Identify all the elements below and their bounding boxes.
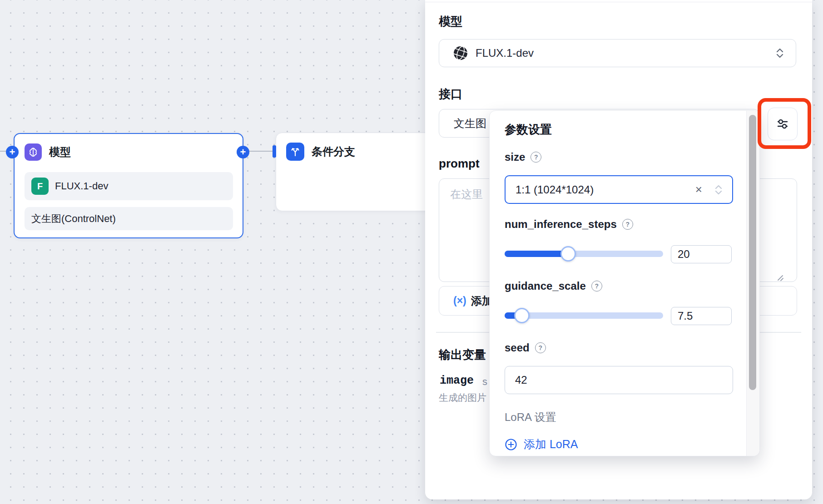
help-icon[interactable]: ? xyxy=(535,342,546,353)
model-node-output-port[interactable]: + xyxy=(237,146,249,158)
size-combobox[interactable]: 1:1 (1024*1024) × xyxy=(505,175,733,204)
steps-slider[interactable] xyxy=(505,251,663,257)
model-node-interface-row[interactable]: 文生图(ControlNet) xyxy=(25,207,233,230)
prompt-section-label: prompt xyxy=(439,157,480,171)
model-select-value: FLUX.1-dev xyxy=(476,47,534,59)
size-label: size xyxy=(505,151,525,163)
seed-label: seed xyxy=(505,341,530,354)
guidance-label: guidance_scale xyxy=(505,280,586,292)
interface-section-label: 接口 xyxy=(439,86,462,102)
popup-scrollbar-thumb[interactable] xyxy=(749,115,756,390)
plus-circle-icon xyxy=(505,438,517,451)
plus-icon: + xyxy=(10,147,15,157)
red-highlight-annotation xyxy=(758,98,811,149)
model-node-title: 模型 xyxy=(49,145,71,159)
model-node[interactable]: 模型 F FLUX.1-dev 文生图(ControlNet) + + xyxy=(14,133,243,238)
add-lora-label: 添加 LoRA xyxy=(524,437,578,452)
model-node-model-row[interactable]: F FLUX.1-dev xyxy=(25,172,233,200)
steps-input[interactable] xyxy=(671,245,732,263)
parameter-settings-popup: 参数设置 size ? 1:1 (1024*1024) × num_infere… xyxy=(489,110,760,456)
flux-badge-icon: F xyxy=(31,178,49,195)
output-variable-type: s xyxy=(482,376,487,388)
edge-incoming-left xyxy=(0,151,6,152)
popup-title: 参数设置 xyxy=(505,122,552,138)
steps-label-row: num_inference_steps ? xyxy=(505,218,633,231)
seed-label-row: seed ? xyxy=(505,341,546,354)
clear-icon[interactable]: × xyxy=(695,183,702,197)
workflow-canvas[interactable]: 模型 F FLUX.1-dev 文生图(ControlNet) + + 条件分支 xyxy=(0,0,823,504)
popup-scroll-track[interactable] xyxy=(746,111,759,456)
size-label-row: size ? xyxy=(505,151,541,163)
model-node-input-port[interactable]: + xyxy=(6,146,19,158)
plus-icon: + xyxy=(240,147,246,157)
panel-top-divider xyxy=(425,2,812,2)
branch-node-input-port[interactable] xyxy=(273,145,276,158)
help-icon[interactable]: ? xyxy=(530,152,541,163)
add-lora-button[interactable]: 添加 LoRA xyxy=(505,437,578,452)
edge-model-to-branch xyxy=(249,151,273,152)
globe-icon xyxy=(453,45,468,61)
seed-input[interactable] xyxy=(505,366,733,394)
steps-slider-fill xyxy=(505,251,568,257)
interface-select-value: 文生图 xyxy=(454,116,486,131)
model-section-label: 模型 xyxy=(439,14,462,30)
guidance-slider[interactable] xyxy=(505,312,663,319)
steps-label: num_inference_steps xyxy=(505,218,617,231)
output-section-label: 输出变量 xyxy=(439,347,486,363)
branch-node[interactable]: 条件分支 xyxy=(276,133,448,211)
output-variable-desc: 生成的图片 xyxy=(439,391,486,404)
output-variable-name: image xyxy=(440,374,474,387)
steps-slider-thumb[interactable] xyxy=(560,246,576,262)
size-value: 1:1 (1024*1024) xyxy=(516,183,594,196)
model-node-interface-name: 文生图(ControlNet) xyxy=(31,212,116,226)
resize-handle-icon[interactable] xyxy=(774,272,784,282)
model-node-model-name: FLUX.1-dev xyxy=(55,180,108,192)
variable-icon: (×) xyxy=(453,295,466,307)
lora-section-label: LoRA 设置 xyxy=(505,410,556,425)
guidance-input[interactable] xyxy=(671,307,732,325)
branch-icon xyxy=(286,143,304,161)
brain-icon xyxy=(25,143,42,161)
guidance-slider-thumb[interactable] xyxy=(514,308,530,323)
chevron-updown-icon[interactable] xyxy=(713,183,724,196)
branch-node-title: 条件分支 xyxy=(312,144,355,159)
help-icon[interactable]: ? xyxy=(591,281,602,292)
help-icon[interactable]: ? xyxy=(622,219,633,230)
guidance-label-row: guidance_scale ? xyxy=(505,280,602,292)
chevron-updown-icon xyxy=(774,46,786,60)
model-select[interactable]: FLUX.1-dev xyxy=(439,39,796,67)
